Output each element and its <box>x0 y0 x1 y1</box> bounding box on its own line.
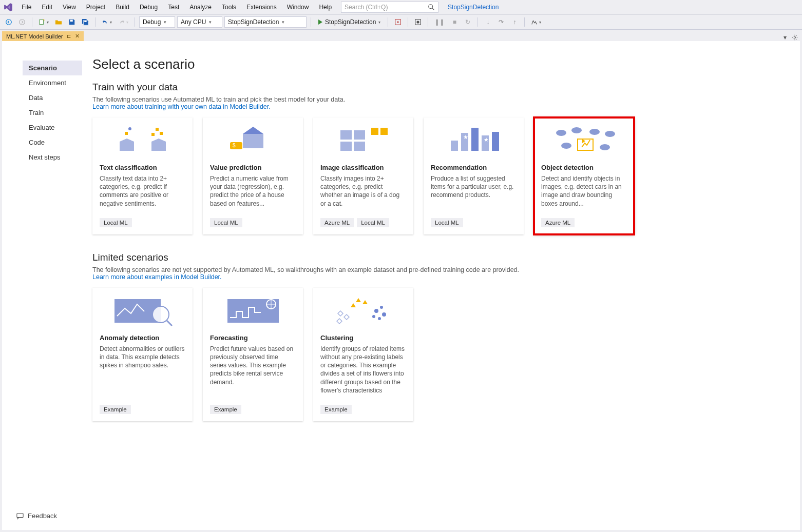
menu-file[interactable]: File <box>16 2 36 13</box>
step-into-button[interactable]: ↓ <box>482 16 493 28</box>
menu-extensions[interactable]: Extensions <box>241 2 282 13</box>
card-tags: Local ML <box>424 213 524 234</box>
svg-marker-18 <box>243 127 263 134</box>
scenario-card-value-prediction[interactable]: $Value predictionPredict a numeric value… <box>203 117 303 234</box>
redo-button[interactable]: ▾ <box>116 16 130 28</box>
undo-button[interactable]: ▾ <box>100 16 114 28</box>
new-item-button[interactable]: ▾ <box>36 16 51 28</box>
svg-point-51 <box>374 309 378 313</box>
menu-analyze[interactable]: Analyze <box>184 2 217 13</box>
svg-marker-50 <box>351 303 356 307</box>
card-title: Image classification <box>320 164 406 171</box>
step-out-button[interactable]: ↑ <box>509 16 520 28</box>
scenario-card-image-classification[interactable]: Image classificationClassify images into… <box>313 117 413 234</box>
scenario-card-clustering[interactable]: ClusteringIdentify groups of related ite… <box>313 288 413 421</box>
svg-rect-5 <box>70 20 73 22</box>
menu-edit[interactable]: Edit <box>36 2 58 13</box>
menu-debug[interactable]: Debug <box>135 2 163 13</box>
svg-point-36 <box>589 129 600 135</box>
tag: Local ML <box>431 218 463 227</box>
section-train-link[interactable]: Learn more about training with your own … <box>92 103 779 110</box>
step-code[interactable]: Code <box>23 135 82 150</box>
step-data[interactable]: Data <box>23 90 82 105</box>
card-text: Detect abnormalities or outliers in data… <box>100 345 185 370</box>
stop-button[interactable]: ■ <box>449 16 460 28</box>
card-text: Classify images into 2+ categories, e.g.… <box>320 174 406 208</box>
restart-button[interactable]: ↻ <box>462 16 473 28</box>
svg-rect-4 <box>40 20 44 25</box>
step-environment[interactable]: Environment <box>23 75 82 90</box>
tag: Example <box>210 405 241 414</box>
vs-logo-icon <box>3 2 13 12</box>
step-evaluate[interactable]: Evaluate <box>23 120 82 135</box>
svg-rect-14 <box>160 132 163 135</box>
save-all-button[interactable] <box>80 16 91 28</box>
pin-icon[interactable]: ⊏ <box>67 33 71 39</box>
gear-icon[interactable] <box>792 34 798 41</box>
svg-rect-56 <box>17 513 23 517</box>
platform-combo[interactable]: Any CPU▾ <box>177 16 222 28</box>
svg-rect-19 <box>230 142 242 149</box>
save-button[interactable] <box>66 16 78 28</box>
doc-tab-model-builder[interactable]: ML.NET Model Builder ⊏ ✕ <box>2 31 84 41</box>
scenario-card-anomaly-detection[interactable]: Anomaly detectionDetect abnormalities or… <box>92 288 193 421</box>
tab-overflow-button[interactable]: ▾ <box>784 34 787 41</box>
card-tags: Azure MLLocal ML <box>313 213 413 234</box>
svg-rect-29 <box>471 128 479 151</box>
step-scenario[interactable]: Scenario <box>23 61 82 75</box>
scenario-card-text-classification[interactable]: Text classificationClassify text data in… <box>92 117 193 234</box>
open-button[interactable] <box>53 16 64 28</box>
menu-project[interactable]: Project <box>81 2 110 13</box>
tool-button-2[interactable] <box>412 16 424 28</box>
menu-help[interactable]: Help <box>314 2 337 13</box>
start-debug-button[interactable]: StopSignDetection▾ <box>315 18 384 26</box>
scenario-card-forecasting[interactable]: ForecastingPredict future values based o… <box>203 288 303 421</box>
svg-point-55 <box>378 317 381 320</box>
svg-rect-6 <box>84 21 86 22</box>
svg-rect-23 <box>340 142 352 151</box>
svg-point-39 <box>600 144 610 150</box>
step-train[interactable]: Train <box>23 105 82 120</box>
menu-build[interactable]: Build <box>110 2 135 13</box>
section-limited-link[interactable]: Learn more about examples in Model Build… <box>92 273 779 281</box>
step-next-steps[interactable]: Next steps <box>23 150 82 165</box>
svg-point-52 <box>380 306 383 309</box>
tool-button-1[interactable] <box>392 16 404 28</box>
feedback-link[interactable]: Feedback <box>16 512 57 520</box>
svg-point-37 <box>605 131 615 137</box>
menu-tools[interactable]: Tools <box>217 2 241 13</box>
tag: Azure ML <box>541 218 575 227</box>
search-box[interactable]: Search (Ctrl+Q) <box>341 2 438 13</box>
scenario-card-recommendation[interactable]: ★★RecommendationProduce a list of sugges… <box>424 117 524 234</box>
svg-line-43 <box>167 321 172 326</box>
card-text: Produce a list of suggested items for a … <box>431 174 517 200</box>
config-combo[interactable]: Debug▾ <box>139 16 175 28</box>
card-illustration <box>92 117 193 164</box>
menu-test[interactable]: Test <box>163 2 184 13</box>
card-tags: Example <box>92 400 193 421</box>
card-title: Value prediction <box>210 164 296 171</box>
pause-button[interactable]: ❚❚ <box>432 16 447 28</box>
tag: Local ML <box>210 218 242 227</box>
nav-back-button[interactable] <box>3 16 14 28</box>
step-over-button[interactable]: ↷ <box>495 16 507 28</box>
nav-fwd-button[interactable] <box>16 16 28 28</box>
menu-window[interactable]: Window <box>282 2 314 13</box>
section-limited-heading: Limited scenarios <box>92 252 779 263</box>
tool-button-3[interactable]: ▾ <box>529 16 543 28</box>
close-icon[interactable]: ✕ <box>75 33 80 40</box>
scenario-card-object-detection[interactable]: Object detectionDetect and identify obje… <box>534 117 634 234</box>
card-title: Recommendation <box>431 164 517 171</box>
tag: Example <box>320 405 352 414</box>
card-illustration <box>313 288 413 334</box>
card-illustration <box>92 288 193 334</box>
card-tags: Example <box>203 400 303 421</box>
menu-view[interactable]: View <box>58 2 81 13</box>
card-title: Object detection <box>541 164 627 171</box>
svg-rect-12 <box>125 132 128 135</box>
startup-combo[interactable]: StopSignDetection▾ <box>224 16 307 28</box>
svg-point-35 <box>571 127 582 133</box>
document-tabs: ML.NET Model Builder ⊏ ✕ ▾ <box>0 30 802 41</box>
svg-point-0 <box>429 5 433 9</box>
svg-point-8 <box>397 21 399 23</box>
